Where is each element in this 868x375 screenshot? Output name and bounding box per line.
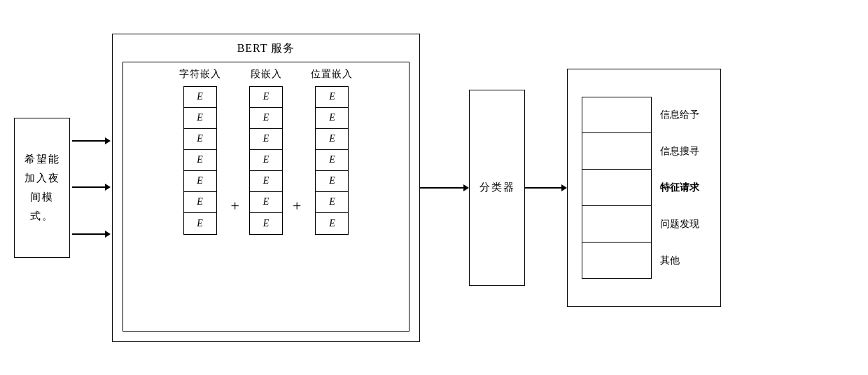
arrow-bot <box>72 231 111 238</box>
e-cell: E <box>250 171 282 192</box>
output-row-3: 特征请求 <box>660 170 699 206</box>
plus-2: + <box>290 197 304 215</box>
arrow-line <box>72 140 105 142</box>
pos-embed-col: 位置嵌入 E E E E E E E <box>311 68 353 235</box>
input-arrows <box>70 118 112 258</box>
e-cell: E <box>316 213 348 234</box>
e-cell: E <box>316 150 348 171</box>
arrow-line <box>72 233 105 235</box>
e-cell: E <box>316 87 348 108</box>
bert-service-box: BERT 服务 字符嵌入 E E E E E E E + <box>112 34 420 342</box>
output-cell-1 <box>582 97 651 134</box>
e-cell: E <box>316 108 348 129</box>
output-cell-3 <box>582 170 651 206</box>
e-cell: E <box>316 192 348 213</box>
diagram: 希望能加入夜间模式。 BERT 服务 字符嵌入 E E <box>14 13 854 363</box>
pos-embed-label: 位置嵌入 <box>311 68 353 81</box>
input-box: 希望能加入夜间模式。 <box>14 118 70 258</box>
output-row-2: 信息搜寻 <box>660 133 699 170</box>
e-cell: E <box>184 192 216 213</box>
output-cell-2 <box>582 133 651 170</box>
e-cell: E <box>250 213 282 234</box>
bert-inner-box: 字符嵌入 E E E E E E E + 段嵌入 <box>122 62 410 332</box>
embed-row: 字符嵌入 E E E E E E E + 段嵌入 <box>130 68 402 324</box>
bert-title: BERT 服务 <box>237 41 295 56</box>
e-cell: E <box>184 213 216 234</box>
output-row-5: 其他 <box>660 243 699 279</box>
e-cell: E <box>250 108 282 129</box>
e-cell: E <box>250 150 282 171</box>
e-cell: E <box>250 192 282 213</box>
char-embed-stack: E E E E E E E <box>183 86 217 235</box>
output-label-text: 信息给予 <box>660 109 699 121</box>
arrow-head <box>105 184 111 191</box>
e-cell: E <box>250 129 282 150</box>
arrow-head <box>105 137 111 144</box>
arrow-head <box>463 184 469 191</box>
output-cell-4 <box>582 206 651 243</box>
arrow-head <box>561 184 567 191</box>
e-cell: E <box>316 171 348 192</box>
e-cell: E <box>316 129 348 150</box>
output-inner-cells <box>582 97 652 279</box>
arrow-head <box>105 231 111 238</box>
input-text: 希望能加入夜间模式。 <box>20 150 64 226</box>
arrow-line <box>72 186 105 188</box>
arrow-top <box>72 137 111 144</box>
classifier-box: 分类器 <box>469 90 525 286</box>
pos-embed-stack: E E E E E E E <box>315 86 349 235</box>
arrow-line <box>420 187 463 189</box>
output-label-text: 信息搜寻 <box>660 145 699 158</box>
e-cell: E <box>184 150 216 171</box>
output-label-text: 问题发现 <box>660 218 699 231</box>
e-cell: E <box>250 87 282 108</box>
output-row-4: 问题发现 <box>660 206 699 243</box>
output-label-text-bold: 特征请求 <box>660 182 699 194</box>
output-label-text: 其他 <box>660 254 680 267</box>
e-cell: E <box>184 108 216 129</box>
output-box: 信息给予 信息搜寻 特征请求 问题发现 其他 <box>567 69 721 307</box>
seg-embed-col: 段嵌入 E E E E E E E <box>249 68 283 235</box>
classifier-to-output-arrow <box>525 184 567 191</box>
classifier-label: 分类器 <box>479 181 515 194</box>
seg-embed-stack: E E E E E E E <box>249 86 283 235</box>
arrow-line <box>525 187 561 189</box>
arrow-mid <box>72 184 111 191</box>
bert-to-classifier-arrow <box>420 184 469 191</box>
output-row-1: 信息给予 <box>660 97 699 133</box>
output-cell-5 <box>582 243 651 278</box>
char-embed-col: 字符嵌入 E E E E E E E <box>179 68 221 235</box>
char-embed-label: 字符嵌入 <box>179 68 221 81</box>
e-cell: E <box>184 87 216 108</box>
seg-embed-label: 段嵌入 <box>251 68 282 81</box>
plus-1: + <box>228 197 242 215</box>
e-cell: E <box>184 129 216 150</box>
output-labels: 信息给予 信息搜寻 特征请求 问题发现 其他 <box>660 97 699 279</box>
e-cell: E <box>184 171 216 192</box>
